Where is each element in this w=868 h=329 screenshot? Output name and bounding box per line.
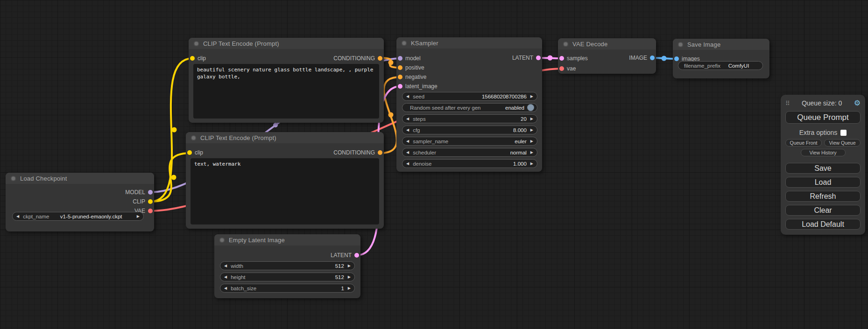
decrement-arrow-icon[interactable]: ◀ [402, 95, 413, 98]
ckpt-name-widget[interactable]: ◀ ckpt_name v1-5-pruned-emaonly.ckpt ▶ [12, 212, 144, 221]
refresh-button[interactable]: Refresh [785, 191, 861, 202]
input-vae[interactable]: vae [559, 65, 576, 72]
seed-widget[interactable]: ◀ seed 156680208700286 ▶ [402, 92, 537, 101]
collapse-toggle-icon[interactable] [219, 238, 225, 243]
collapse-toggle-icon[interactable] [402, 41, 407, 46]
increment-arrow-icon[interactable]: ▶ [344, 264, 354, 268]
node-clip-text-encode-positive[interactable]: CLIP Text Encode (Prompt) clip CONDITION… [189, 38, 384, 123]
input-samples[interactable]: samples [559, 55, 588, 62]
decrement-arrow-icon[interactable]: ◀ [402, 162, 413, 166]
decrement-arrow-icon[interactable]: ◀ [220, 287, 231, 290]
batch-size-widget[interactable]: ◀ batch_size 1 ▶ [220, 284, 355, 293]
collapse-toggle-icon[interactable] [191, 135, 196, 140]
vae-port-icon[interactable] [148, 209, 153, 213]
node-titlebar[interactable]: VAE Decode [558, 38, 656, 49]
load-button[interactable]: Load [785, 177, 861, 188]
output-conditioning[interactable]: CONDITIONING [333, 149, 382, 156]
settings-gear-icon[interactable]: ⚙ [854, 99, 861, 107]
increment-arrow-icon[interactable]: ▶ [344, 287, 354, 290]
sampler-name-widget[interactable]: ◀ sampler_name euler ▶ [402, 137, 537, 146]
input-clip[interactable]: clip [190, 55, 206, 62]
clear-button[interactable]: Clear [785, 205, 861, 216]
toggle-enabled-icon[interactable] [527, 104, 534, 111]
clip-port-icon[interactable] [190, 56, 195, 61]
decrement-arrow-icon[interactable]: ◀ [220, 275, 231, 279]
latent-port-icon[interactable] [559, 56, 564, 61]
increment-arrow-icon[interactable]: ▶ [527, 151, 537, 154]
output-conditioning[interactable]: CONDITIONING [333, 55, 382, 62]
filename-prefix-widget[interactable]: filename_prefix ComfyUI [678, 61, 763, 70]
node-empty-latent-image[interactable]: Empty Latent Image LATENT ◀ width 512 ▶ … [214, 234, 360, 298]
clip-port-icon[interactable] [148, 199, 153, 204]
increment-arrow-icon[interactable]: ▶ [133, 215, 143, 218]
increment-arrow-icon[interactable]: ▶ [527, 162, 537, 166]
model-port-icon[interactable] [148, 190, 153, 195]
positive-prompt-textarea[interactable]: beautiful scenery nature glass bottle la… [193, 64, 379, 119]
input-clip[interactable]: clip [187, 149, 203, 156]
queue-front-button[interactable]: Queue Front [785, 139, 822, 147]
increment-arrow-icon[interactable]: ▶ [527, 95, 537, 98]
node-clip-text-encode-negative[interactable]: CLIP Text Encode (Prompt) clip CONDITION… [186, 132, 384, 229]
steps-widget[interactable]: ◀ steps 20 ▶ [402, 114, 537, 123]
input-positive[interactable]: positive [398, 64, 424, 71]
save-button[interactable]: Save [785, 163, 861, 174]
node-load-checkpoint[interactable]: Load Checkpoint MODEL CLIP VAE ◀ ckpt_na… [6, 173, 154, 231]
latent-port-icon[interactable] [354, 253, 359, 258]
conditioning-port-icon[interactable] [378, 150, 382, 155]
node-titlebar[interactable]: Empty Latent Image [214, 234, 360, 245]
comfyui-canvas[interactable]: { "colors": { "model": "#B39DDB", "clip"… [0, 0, 868, 329]
vae-port-icon[interactable] [559, 66, 564, 71]
output-image[interactable]: IMAGE [629, 54, 655, 62]
conditioning-port-icon[interactable] [398, 75, 402, 79]
decrement-arrow-icon[interactable]: ◀ [402, 128, 413, 132]
conditioning-port-icon[interactable] [378, 56, 382, 61]
node-save-image[interactable]: Save Image images filename_prefix ComfyU… [673, 39, 769, 78]
decrement-arrow-icon[interactable]: ◀ [13, 215, 23, 218]
decrement-arrow-icon[interactable]: ◀ [402, 151, 413, 154]
output-latent[interactable]: LATENT [512, 54, 541, 62]
image-port-icon[interactable] [674, 56, 679, 61]
output-model[interactable]: MODEL [125, 189, 153, 196]
collapse-toggle-icon[interactable] [194, 41, 199, 46]
latent-port-icon[interactable] [536, 56, 541, 60]
cfg-widget[interactable]: ◀ cfg 8.000 ▶ [402, 126, 537, 134]
height-widget[interactable]: ◀ height 512 ▶ [220, 273, 355, 281]
latent-port-icon[interactable] [398, 84, 402, 89]
decrement-arrow-icon[interactable]: ◀ [402, 140, 413, 143]
node-titlebar[interactable]: Load Checkpoint [6, 173, 154, 184]
node-titlebar[interactable]: Save Image [673, 39, 769, 50]
scheduler-widget[interactable]: ◀ scheduler normal ▶ [402, 148, 537, 157]
node-titlebar[interactable]: CLIP Text Encode (Prompt) [189, 38, 384, 49]
negative-prompt-textarea[interactable]: text, watermark [191, 158, 379, 224]
decrement-arrow-icon[interactable]: ◀ [402, 117, 413, 121]
model-port-icon[interactable] [398, 56, 402, 61]
collapse-toggle-icon[interactable] [678, 42, 683, 47]
input-latent-image[interactable]: latent_image [398, 83, 438, 90]
drag-handle-icon[interactable]: ⠿ [785, 100, 790, 107]
input-model[interactable]: model [398, 55, 421, 62]
extra-options-checkbox[interactable] [840, 130, 847, 136]
conditioning-port-icon[interactable] [398, 65, 402, 70]
output-clip[interactable]: CLIP [133, 198, 153, 205]
denoise-widget[interactable]: ◀ denoise 1.000 ▶ [402, 159, 537, 168]
increment-arrow-icon[interactable]: ▶ [527, 140, 537, 143]
output-latent[interactable]: LATENT [331, 252, 359, 259]
view-history-button[interactable]: View History [801, 149, 846, 156]
view-queue-button[interactable]: View Queue [824, 139, 861, 147]
increment-arrow-icon[interactable]: ▶ [527, 117, 537, 121]
node-titlebar[interactable]: CLIP Text Encode (Prompt) [186, 132, 384, 143]
node-vae-decode[interactable]: VAE Decode samples vae IMAGE [558, 38, 656, 74]
node-titlebar[interactable]: KSampler [396, 37, 542, 49]
increment-arrow-icon[interactable]: ▶ [344, 275, 354, 279]
image-port-icon[interactable] [650, 56, 655, 60]
collapse-toggle-icon[interactable] [563, 42, 568, 47]
node-ksampler[interactable]: KSampler model positive negative latent_… [396, 37, 542, 172]
random-seed-toggle-widget[interactable]: Random seed after every gen enabled [402, 103, 537, 112]
collapse-toggle-icon[interactable] [11, 176, 16, 181]
load-default-button[interactable]: Load Default [785, 219, 861, 230]
width-widget[interactable]: ◀ width 512 ▶ [220, 261, 355, 270]
increment-arrow-icon[interactable]: ▶ [527, 128, 537, 132]
clip-port-icon[interactable] [187, 150, 192, 155]
queue-prompt-button[interactable]: Queue Prompt [785, 111, 861, 124]
decrement-arrow-icon[interactable]: ◀ [220, 264, 231, 268]
